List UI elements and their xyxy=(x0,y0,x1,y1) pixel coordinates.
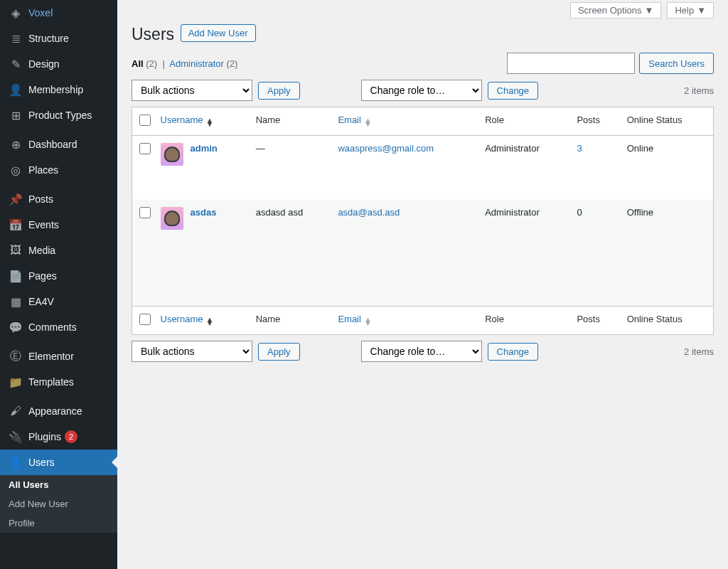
sidebar-label: Product Types xyxy=(28,110,92,121)
cell-name: asdasd asd xyxy=(249,200,331,307)
sidebar-item-elementor[interactable]: ⒺElementor xyxy=(0,344,117,369)
sidebar-item-voxel[interactable]: ◈Voxel xyxy=(0,0,117,26)
add-new-user-button[interactable]: Add New User xyxy=(181,24,256,42)
change-role-button[interactable]: Change xyxy=(488,82,539,100)
sidebar-label: Structure xyxy=(28,33,69,44)
cell-posts: 0 xyxy=(569,200,619,307)
col-email-label: Email xyxy=(338,314,361,324)
submenu-add-new-user[interactable]: Add New User xyxy=(0,494,117,514)
filter-administrator[interactable]: Administrator (2) xyxy=(169,58,237,69)
dashboard-icon: ⊕ xyxy=(9,137,23,151)
events-icon: 📅 xyxy=(9,218,23,232)
col-email[interactable]: Email▲▼ xyxy=(338,115,371,125)
sidebar-item-product-types[interactable]: ⊞Product Types xyxy=(0,102,117,128)
col-email[interactable]: Email▲▼ xyxy=(338,314,371,324)
bulk-action-select[interactable]: Bulk actions xyxy=(132,80,252,101)
sidebar-label: Events xyxy=(28,219,59,230)
sidebar-item-ea4v[interactable]: ▦EA4V xyxy=(0,289,117,314)
col-username-label: Username xyxy=(161,115,203,125)
row-checkbox[interactable] xyxy=(139,207,151,218)
email-link[interactable]: waaspress@gmail.com xyxy=(338,143,434,154)
sidebar-label: Plugins xyxy=(28,431,61,442)
sidebar-item-design[interactable]: ✎Design xyxy=(0,51,117,77)
chevron-down-icon: ▼ xyxy=(645,5,654,16)
col-role: Role xyxy=(478,307,569,335)
select-all-checkbox[interactable] xyxy=(139,314,151,325)
change-role-select[interactable]: Change role to… xyxy=(361,80,482,101)
bulk-actions-bottom: Bulk actions Apply Change role to… Chang… xyxy=(132,341,714,362)
sidebar-item-appearance[interactable]: 🖌Appearance xyxy=(0,398,117,424)
sidebar-item-structure[interactable]: ≣Structure xyxy=(0,26,117,51)
filter-separator: | xyxy=(162,58,164,69)
search-users-input[interactable] xyxy=(507,53,635,74)
cell-online: Offline xyxy=(620,200,714,307)
cell-role: Administrator xyxy=(478,200,569,307)
chevron-down-icon: ▼ xyxy=(697,5,706,16)
screen-options-label: Screen Options xyxy=(578,5,642,16)
avatar xyxy=(161,207,183,230)
change-role-select[interactable]: Change role to… xyxy=(361,341,482,362)
top-buttons: Screen Options ▼ Help ▼ xyxy=(132,0,714,18)
sort-icon: ▲▼ xyxy=(364,119,372,126)
submenu-all-users[interactable]: All Users xyxy=(0,475,117,494)
sidebar-item-plugins[interactable]: 🔌Plugins2 xyxy=(0,424,117,450)
col-posts: Posts xyxy=(569,307,619,335)
apply-button[interactable]: Apply xyxy=(258,82,300,100)
search-box: Search Users xyxy=(507,53,714,74)
cell-name: — xyxy=(249,136,331,200)
col-username[interactable]: Username▲▼ xyxy=(161,314,214,324)
col-email-label: Email xyxy=(338,115,361,125)
bulk-action-select[interactable]: Bulk actions xyxy=(132,341,252,362)
col-online: Online Status xyxy=(620,107,714,136)
sidebar-label: Places xyxy=(28,164,58,176)
email-link[interactable]: asda@asd.asd xyxy=(338,207,400,218)
sidebar-item-comments[interactable]: 💬Comments xyxy=(0,314,117,340)
sidebar-item-events[interactable]: 📅Events xyxy=(0,212,117,238)
sidebar-label: EA4V xyxy=(28,296,54,307)
sidebar-group: ⊕Dashboard ◎Places xyxy=(0,132,117,183)
submenu-profile[interactable]: Profile xyxy=(0,514,117,533)
row-checkbox[interactable] xyxy=(139,143,151,154)
sidebar-group: 📌Posts 📅Events 🖼Media 📄Pages ▦EA4V 💬Comm… xyxy=(0,186,117,340)
search-users-button[interactable]: Search Users xyxy=(639,53,714,74)
help-button[interactable]: Help ▼ xyxy=(667,2,714,18)
username-link[interactable]: admin xyxy=(191,143,218,154)
filter-all[interactable]: All (2) xyxy=(132,58,157,69)
sidebar-label: Dashboard xyxy=(28,139,77,150)
sidebar-label: Design xyxy=(28,58,60,70)
table-row: asdas asdasd asd asda@asd.asd Administra… xyxy=(132,200,714,307)
col-username[interactable]: Username▲▼ xyxy=(161,115,214,125)
sidebar-item-users[interactable]: 👤Users xyxy=(0,450,117,475)
col-name: Name xyxy=(249,107,331,136)
voxel-icon: ◈ xyxy=(9,6,23,20)
help-label: Help xyxy=(675,5,694,16)
sidebar-item-posts[interactable]: 📌Posts xyxy=(0,186,117,212)
col-role: Role xyxy=(478,107,569,136)
table-header-row: Username▲▼ Name Email▲▼ Role Posts Onlin… xyxy=(132,107,714,136)
media-icon: 🖼 xyxy=(9,243,23,257)
sidebar-item-templates[interactable]: 📁Templates xyxy=(0,369,117,395)
page-header: Users Add New User xyxy=(132,18,714,47)
posts-link[interactable]: 3 xyxy=(577,143,582,154)
product-types-icon: ⊞ xyxy=(9,108,23,122)
update-badge: 2 xyxy=(65,430,77,443)
username-link[interactable]: asdas xyxy=(191,207,217,218)
sidebar-item-pages[interactable]: 📄Pages xyxy=(0,263,117,289)
apply-button[interactable]: Apply xyxy=(258,343,300,361)
screen-options-button[interactable]: Screen Options ▼ xyxy=(570,2,661,18)
sidebar-submenu: All Users Add New User Profile xyxy=(0,475,117,533)
sidebar-item-membership[interactable]: 👤Membership xyxy=(0,77,117,102)
users-icon: 👤 xyxy=(9,455,23,469)
bulk-actions-top: Bulk actions Apply Change role to… Chang… xyxy=(132,80,714,101)
sidebar-group: ◈Voxel ≣Structure ✎Design 👤Membership ⊞P… xyxy=(0,0,117,128)
membership-icon: 👤 xyxy=(9,83,23,97)
filter-all-label: All xyxy=(132,58,144,69)
sidebar-item-dashboard[interactable]: ⊕Dashboard xyxy=(0,132,117,157)
select-all-checkbox[interactable] xyxy=(139,115,151,126)
sidebar-item-places[interactable]: ◎Places xyxy=(0,157,117,183)
posts-icon: 📌 xyxy=(9,192,23,206)
change-role-button[interactable]: Change xyxy=(488,343,539,361)
sidebar-item-media[interactable]: 🖼Media xyxy=(0,238,117,263)
main-content: Screen Options ▼ Help ▼ Users Add New Us… xyxy=(117,0,728,569)
filter-admin-label: Administrator xyxy=(169,58,224,69)
